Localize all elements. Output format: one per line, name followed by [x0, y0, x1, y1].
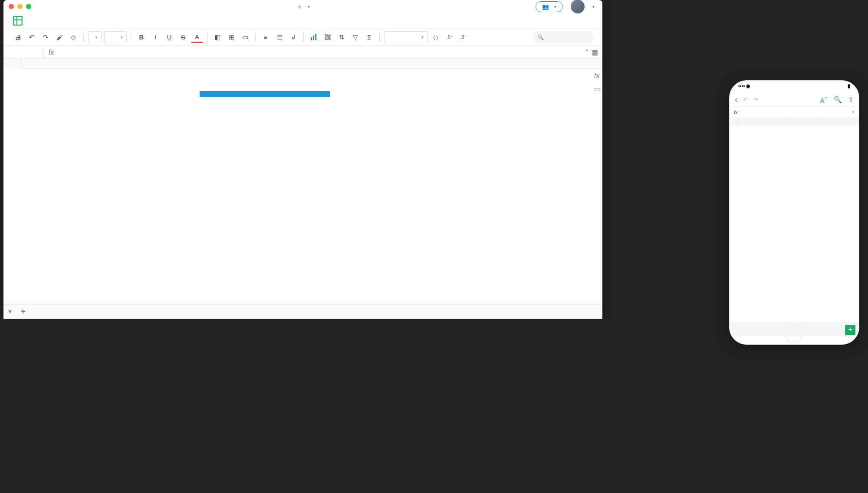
menubar	[3, 13, 602, 29]
summary-table	[200, 91, 330, 97]
tab-scroll-icon[interactable]: ▾	[3, 307, 16, 316]
chart-icon[interactable]	[308, 32, 319, 43]
remove-decimal-icon[interactable]: .0⁻	[458, 32, 469, 43]
favorite-icon[interactable]: ★	[296, 3, 302, 11]
phone-grid[interactable]	[730, 126, 859, 198]
sheet-tabs: ▾ +	[3, 304, 602, 319]
text-format-icon[interactable]: A=	[820, 95, 828, 104]
font-color-icon[interactable]: A	[191, 32, 203, 43]
svg-rect-1	[311, 37, 312, 40]
fill-color-icon[interactable]: ◧	[212, 32, 223, 43]
phone-pie-chart	[750, 135, 802, 187]
halign-icon[interactable]: ≡	[260, 32, 271, 43]
share-button[interactable]: 👥 ▾	[536, 1, 563, 12]
holdings-pie-chart[interactable]	[65, 90, 143, 168]
phone-nav: ‹ ↶ ↷ A= 🔍 ⇧	[730, 93, 859, 107]
add-sheet-button[interactable]: +	[16, 307, 30, 316]
sidebar-toggle-icon[interactable]: ▦	[592, 48, 598, 56]
phone-column-headers	[730, 118, 859, 126]
sort-icon[interactable]: ⇅	[336, 32, 347, 43]
image-icon[interactable]: 🖼	[322, 32, 333, 43]
font-select[interactable]: ▾	[88, 31, 102, 43]
redo-icon[interactable]: ↷	[40, 32, 51, 43]
svg-rect-2	[313, 36, 314, 40]
parentheses-icon[interactable]: ( )	[430, 32, 441, 43]
expand-formula-icon[interactable]: ▾	[586, 48, 588, 56]
back-icon[interactable]: ‹	[735, 95, 738, 104]
window-titlebar: ★ ▾ 👥 ▾ ▾	[3, 0, 602, 13]
titlebar-right: 👥 ▾ ▾	[528, 0, 595, 13]
summary-header	[200, 91, 330, 97]
people-icon: 👥	[542, 3, 549, 10]
number-format-select[interactable]: ▾	[384, 31, 427, 43]
search-icon: 🔍	[537, 34, 544, 40]
phone-preview: •••• ◉ ▮ ‹ ↶ ↷ A= 🔍 ⇧ fx▾	[729, 80, 859, 319]
column-headers	[3, 59, 602, 69]
fx-icon[interactable]: fx	[43, 49, 60, 56]
user-avatar[interactable]	[571, 0, 585, 13]
strikethrough-icon[interactable]: S	[178, 32, 189, 43]
print-icon[interactable]: 🖨	[12, 32, 23, 43]
search-input[interactable]: 🔍	[533, 31, 594, 43]
stockgain-bar-chart[interactable]	[341, 82, 506, 168]
formula-input[interactable]	[60, 46, 582, 59]
font-size-select[interactable]: ▾	[104, 31, 127, 43]
grid: fx ▭	[3, 59, 602, 302]
italic-icon[interactable]: I	[150, 32, 161, 43]
sum-icon[interactable]: Σ	[364, 32, 375, 43]
format-painter-icon[interactable]: 🖌	[54, 32, 65, 43]
valign-icon[interactable]: ☰	[274, 32, 285, 43]
borders-icon[interactable]: ⊞	[226, 32, 237, 43]
wrap-icon[interactable]: ↲	[288, 32, 299, 43]
document-title[interactable]: ★ ▾	[296, 3, 310, 11]
toolbar: 🖨 ↶ ↷ 🖌 ◇ ▾ ▾ B I U S A ◧ ⊞ ▭ ≡ ☰ ↲ 🖼 ⇅ …	[3, 29, 602, 46]
search-icon[interactable]: 🔍	[834, 96, 842, 104]
clear-format-icon[interactable]: ◇	[68, 32, 79, 43]
share-icon[interactable]: ⇧	[848, 96, 854, 104]
phone-pie-title	[737, 126, 859, 132]
merge-icon[interactable]: ▭	[240, 32, 251, 43]
svg-rect-0	[13, 16, 22, 25]
bold-icon[interactable]: B	[136, 32, 147, 43]
underline-icon[interactable]: U	[164, 32, 175, 43]
redo-icon[interactable]: ↷	[753, 96, 759, 103]
spreadsheet-window: ★ ▾ 👥 ▾ ▾ 🖨 ↶ ↷ 🖌 ◇ ▾ ▾ B I	[3, 0, 602, 319]
formula-bar: fx ▾▦	[3, 46, 602, 59]
filter-icon[interactable]: ▽	[350, 32, 361, 43]
undo-icon[interactable]: ↶	[743, 96, 748, 103]
undo-icon[interactable]: ↶	[26, 32, 37, 43]
sheet-content[interactable]	[22, 69, 602, 302]
cell-reference-input[interactable]	[3, 46, 43, 59]
phone-status-bar: •••• ◉ ▮	[730, 81, 859, 91]
add-decimal-icon[interactable]: .0⁺	[444, 32, 455, 43]
svg-rect-3	[315, 34, 316, 40]
app-icon[interactable]	[12, 14, 25, 27]
traffic-lights[interactable]	[9, 4, 31, 9]
